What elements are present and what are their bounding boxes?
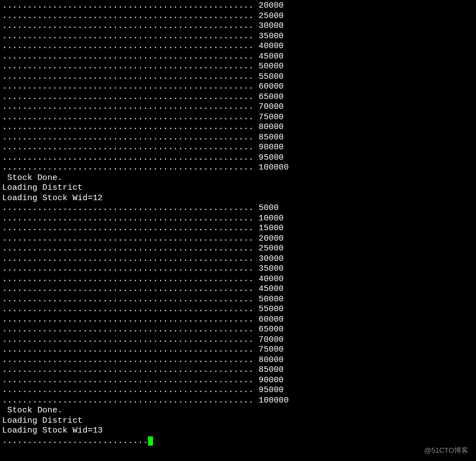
progress-line: ........................................… bbox=[2, 345, 476, 355]
progress-line-active: ............................. bbox=[2, 436, 476, 447]
progress-line: ........................................… bbox=[2, 244, 476, 254]
progress-line: ........................................… bbox=[2, 133, 476, 143]
watermark-text: @51CTO博客 bbox=[424, 446, 468, 456]
progress-line: ........................................… bbox=[2, 52, 476, 62]
progress-line: ........................................… bbox=[2, 275, 476, 285]
progress-line: ........................................… bbox=[2, 102, 476, 113]
progress-line: ........................................… bbox=[2, 234, 476, 244]
progress-line: ........................................… bbox=[2, 284, 476, 295]
loading-stock-line: Loading Stock Wid=12 bbox=[2, 194, 476, 204]
progress-line: ........................................… bbox=[2, 42, 476, 52]
progress-line: ........................................… bbox=[2, 153, 476, 164]
progress-line: ........................................… bbox=[2, 254, 476, 265]
loading-stock-line: Loading Stock Wid=13 bbox=[2, 426, 476, 436]
loading-district-line: Loading District bbox=[2, 183, 476, 194]
stock-done-line: Stock Done. bbox=[2, 406, 476, 416]
progress-line: ........................................… bbox=[2, 264, 476, 275]
progress-line: ........................................… bbox=[2, 11, 476, 22]
progress-line: ........................................… bbox=[2, 163, 476, 173]
progress-line: ........................................… bbox=[2, 315, 476, 325]
loading-district-line: Loading District bbox=[2, 416, 476, 427]
cursor bbox=[148, 436, 153, 446]
progress-line: ........................................… bbox=[2, 224, 476, 234]
progress-line: ........................................… bbox=[2, 122, 476, 133]
progress-line: ........................................… bbox=[2, 113, 476, 123]
progress-line: ........................................… bbox=[2, 1, 476, 11]
progress-line: ........................................… bbox=[2, 325, 476, 335]
progress-line: ........................................… bbox=[2, 92, 476, 103]
progress-line: ........................................… bbox=[2, 376, 476, 386]
progress-line: ........................................… bbox=[2, 365, 476, 376]
progress-line: ........................................… bbox=[2, 82, 476, 92]
terminal-output[interactable]: ........................................… bbox=[0, 0, 476, 446]
progress-line: ........................................… bbox=[2, 335, 476, 346]
progress-line: ........................................… bbox=[2, 305, 476, 315]
progress-line: ........................................… bbox=[2, 32, 476, 42]
progress-line: ........................................… bbox=[2, 386, 476, 396]
progress-line: ........................................… bbox=[2, 21, 476, 32]
stock-done-line: Stock Done. bbox=[2, 173, 476, 184]
progress-line: ........................................… bbox=[2, 143, 476, 153]
progress-line: ........................................… bbox=[2, 295, 476, 305]
progress-line: ........................................… bbox=[2, 355, 476, 366]
progress-line: ........................................… bbox=[2, 396, 476, 406]
progress-line: ........................................… bbox=[2, 72, 476, 83]
progress-line: ........................................… bbox=[2, 62, 476, 72]
progress-line: ........................................… bbox=[2, 203, 476, 214]
progress-line: ........................................… bbox=[2, 214, 476, 224]
